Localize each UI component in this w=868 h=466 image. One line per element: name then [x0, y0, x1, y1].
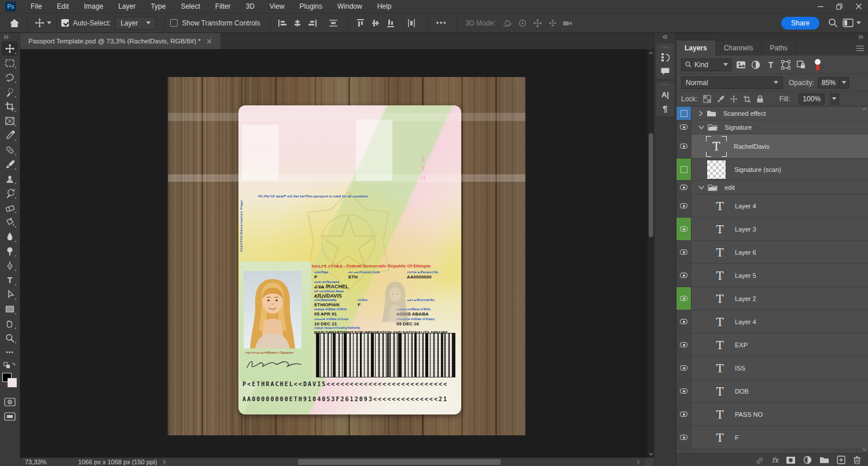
- layer-row[interactable]: TLayer 2: [676, 287, 868, 310]
- filter-toggle-switch[interactable]: [814, 59, 821, 71]
- menu-select[interactable]: Select: [173, 0, 207, 13]
- layer-row[interactable]: TDOB: [676, 380, 868, 403]
- add-layer-mask-icon[interactable]: [786, 456, 796, 464]
- eraser-tool[interactable]: [2, 200, 18, 215]
- layer-row[interactable]: TLayer 6: [676, 241, 868, 264]
- layer-row-edit-group[interactable]: edit: [676, 181, 868, 195]
- adjustment-layer-filter-icon[interactable]: [749, 58, 762, 71]
- lock-paint-icon[interactable]: [716, 95, 724, 103]
- zoom-level[interactable]: 73,33%: [25, 458, 55, 465]
- distribute-vertical-icon[interactable]: [404, 16, 419, 31]
- align-bottom-icon[interactable]: [383, 16, 398, 31]
- gradient-tool[interactable]: [2, 215, 18, 229]
- menu-help[interactable]: Help: [370, 0, 399, 13]
- chevron-down-icon[interactable]: [698, 185, 704, 190]
- visibility-toggle[interactable]: [676, 120, 692, 134]
- close-icon[interactable]: [849, 0, 868, 13]
- blend-mode-dropdown[interactable]: Normal: [681, 76, 783, 89]
- visibility-toggle[interactable]: [676, 310, 692, 333]
- panel-grip[interactable]: [661, 46, 670, 48]
- edit-toolbar-icon[interactable]: •••: [2, 345, 18, 359]
- pixel-layer-thumbnail[interactable]: [707, 160, 726, 179]
- layer-row[interactable]: TLayer 4: [676, 195, 868, 218]
- horizontal-scroll-thumb[interactable]: [298, 459, 501, 465]
- tab-channels[interactable]: Channels: [716, 41, 762, 56]
- visibility-toggle[interactable]: [676, 287, 692, 310]
- text-layer-thumbnail[interactable]: T: [706, 136, 727, 157]
- align-right-icon[interactable]: [305, 16, 320, 31]
- layer-row[interactable]: TPASS NO: [676, 403, 868, 426]
- lock-transparent-icon[interactable]: [703, 95, 711, 103]
- text-layer-thumbnail[interactable]: T: [713, 385, 726, 398]
- vertical-scrollbar[interactable]: [648, 49, 654, 457]
- text-layer-thumbnail[interactable]: T: [713, 223, 726, 236]
- rectangle-tool[interactable]: [2, 302, 18, 316]
- tab-layers[interactable]: Layers: [676, 41, 716, 56]
- visibility-toggle[interactable]: [676, 195, 692, 217]
- visibility-toggle[interactable]: [676, 134, 692, 158]
- clone-stamp-tool[interactable]: [2, 171, 18, 186]
- visibility-toggle[interactable]: [676, 426, 692, 449]
- menu-view[interactable]: View: [262, 0, 292, 13]
- delete-layer-icon[interactable]: [853, 456, 861, 464]
- panel-grip[interactable]: [661, 84, 670, 86]
- menu-type[interactable]: Type: [143, 0, 173, 13]
- lock-position-icon[interactable]: [730, 95, 738, 103]
- fill-chevron-icon[interactable]: [830, 93, 839, 105]
- move-tool[interactable]: [2, 41, 18, 56]
- tab-paths[interactable]: Paths: [762, 41, 796, 56]
- 3d-drag-icon[interactable]: [530, 16, 545, 31]
- opacity-chevron-icon[interactable]: [840, 77, 849, 89]
- kind-filter-dropdown[interactable]: Kind: [681, 58, 732, 71]
- blur-tool[interactable]: [2, 229, 18, 244]
- history-brush-tool[interactable]: [2, 186, 18, 200]
- auto-select-target-dropdown[interactable]: Layer: [115, 17, 156, 30]
- resize-corner[interactable]: [643, 458, 654, 466]
- toolbar-collapse-icon[interactable]: [0, 33, 20, 41]
- home-icon[interactable]: [7, 16, 22, 31]
- workspace-switcher-icon[interactable]: [840, 16, 855, 31]
- spot-healing-brush-tool[interactable]: [2, 142, 18, 157]
- text-layer-thumbnail[interactable]: T: [713, 315, 726, 328]
- quick-selection-tool[interactable]: [2, 85, 18, 99]
- 3d-orbit-icon[interactable]: [500, 16, 515, 31]
- vertical-scroll-thumb[interactable]: [649, 133, 653, 237]
- scroll-up-icon[interactable]: [648, 49, 654, 56]
- panel-menu-icon[interactable]: [856, 45, 864, 51]
- move-tool-preset-icon[interactable]: [32, 16, 47, 31]
- path-selection-tool[interactable]: [2, 287, 18, 302]
- 3d-roll-icon[interactable]: [515, 16, 530, 31]
- align-center-horizontal-icon[interactable]: [290, 16, 305, 31]
- menu-window[interactable]: Window: [330, 0, 370, 13]
- panel-collapse-icon[interactable]: [676, 33, 868, 41]
- shape-layer-filter-icon[interactable]: [779, 58, 792, 71]
- layer-row-scanned-effect[interactable]: Scanned effect: [676, 107, 868, 120]
- fill-value-field[interactable]: 100%: [799, 93, 825, 105]
- pen-tool[interactable]: [2, 258, 18, 273]
- text-layer-thumbnail[interactable]: T: [713, 292, 726, 305]
- character-panel-icon[interactable]: A|: [661, 90, 669, 99]
- share-button[interactable]: Share: [781, 17, 819, 30]
- show-transform-checkbox[interactable]: [170, 19, 178, 27]
- 3d-camera-icon[interactable]: [560, 16, 575, 31]
- text-layer-thumbnail[interactable]: T: [713, 269, 726, 282]
- visibility-toggle[interactable]: [676, 264, 692, 287]
- visibility-toggle[interactable]: [676, 403, 692, 425]
- scroll-right-icon[interactable]: [637, 460, 640, 465]
- menu-image[interactable]: Image: [76, 0, 111, 13]
- visibility-toggle[interactable]: [676, 107, 692, 120]
- paragraph-panel-icon[interactable]: ¶: [663, 104, 667, 113]
- tool-preset-chevron-icon[interactable]: [47, 21, 52, 24]
- quick-mask-icon[interactable]: [2, 395, 18, 409]
- text-layer-thumbnail[interactable]: T: [713, 431, 726, 444]
- layer-row[interactable]: TLayer 3: [676, 218, 868, 241]
- new-adjustment-layer-icon[interactable]: [803, 456, 812, 464]
- canvas-area[interactable]: የአስተያየት/Observation Page ETH ይህ ፓስፖርት ለሁ…: [20, 49, 654, 457]
- menu-filter[interactable]: Filter: [208, 0, 238, 13]
- comments-panel-icon[interactable]: [660, 67, 670, 76]
- swap-colors-icon[interactable]: [3, 362, 16, 369]
- layer-row-racheldavis[interactable]: T RachelDavis: [676, 134, 868, 159]
- scroll-down-icon[interactable]: [648, 450, 654, 457]
- search-icon[interactable]: [825, 16, 840, 31]
- visibility-toggle[interactable]: [676, 159, 692, 180]
